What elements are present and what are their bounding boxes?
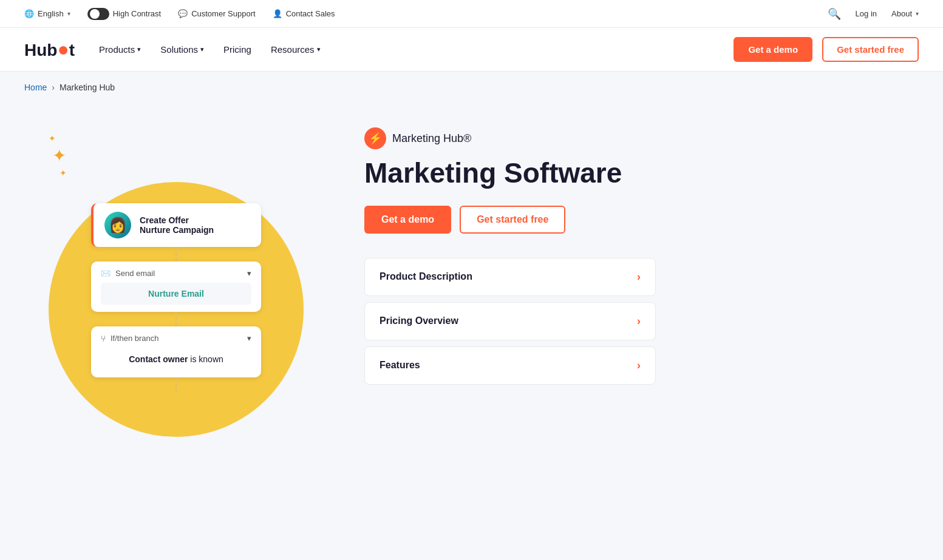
nav-resources[interactable]: Resources ▾	[271, 44, 321, 55]
bolt-icon: ⚡	[364, 127, 386, 149]
accordion-item-features[interactable]: Features ›	[364, 346, 656, 385]
breadcrumb-current: Marketing Hub	[60, 83, 115, 92]
nav-get-demo-button[interactable]: Get a demo	[734, 37, 812, 62]
offer-title: Create Offer	[140, 215, 214, 225]
product-badge: ⚡ Marketing Hub®	[364, 127, 826, 149]
yellow-circle-bg: 👩 Create Offer Nurture Campaign ✉️ Send …	[49, 182, 304, 437]
contact-sales-label: Contact Sales	[286, 9, 335, 18]
nav-links: Products ▾ Solutions ▾ Pricing Resources…	[99, 44, 320, 55]
nav-left: Hub●t Products ▾ Solutions ▾ Pricing Res…	[24, 38, 321, 61]
language-label: English	[38, 9, 64, 18]
sparkle-small-icon: ✦	[49, 133, 56, 143]
avatar: 👩	[104, 212, 131, 238]
hubspot-logo[interactable]: Hub●t	[24, 38, 75, 61]
dropdown-arrow-icon2: ▾	[247, 334, 251, 343]
logo-text: Hub●t	[24, 38, 75, 61]
main-content: ✦ ✦ ✦ 👩 Create Offer Nurture Campaign	[0, 103, 850, 528]
is-known-text: is known	[188, 354, 223, 364]
chevron-down-icon: ▾	[137, 46, 141, 53]
badge-label: Marketing Hub®	[392, 132, 471, 145]
breadcrumb-separator: ›	[52, 83, 55, 92]
contact-sales-link[interactable]: 👤 Contact Sales	[273, 9, 335, 18]
dropdown-arrow-icon: ▾	[247, 269, 251, 278]
chevron-right-icon: ›	[637, 271, 641, 283]
branch-icon: ⑂	[101, 334, 106, 343]
action-header-left: ✉️ Send email	[101, 269, 155, 278]
sparkle-medium-icon: ✦	[60, 168, 67, 178]
nav-right: Get a demo Get started free	[734, 37, 919, 62]
accordion-label: Product Description	[380, 271, 472, 282]
content-column: ⚡ Marketing Hub® Marketing Software Get …	[364, 115, 826, 491]
accordion-label: Pricing Overview	[380, 315, 458, 326]
send-email-card: ✉️ Send email ▾ Nurture Email	[91, 261, 261, 312]
nurture-email-body: Nurture Email	[101, 283, 251, 305]
accordion-item-product-description[interactable]: Product Description ›	[364, 258, 656, 296]
top-utility-bar: 🌐 English ▾ High Contrast 💬 Customer Sup…	[0, 0, 943, 28]
high-contrast-toggle[interactable]: High Contrast	[87, 8, 161, 20]
action-header: ✉️ Send email ▾	[101, 269, 251, 278]
connector-line-2	[175, 312, 177, 326]
offer-card: 👩 Create Offer Nurture Campaign	[91, 203, 261, 247]
accordion-item-pricing-overview[interactable]: Pricing Overview ›	[364, 302, 656, 340]
chevron-right-icon: ›	[637, 315, 641, 328]
breadcrumb-home[interactable]: Home	[24, 83, 47, 92]
chevron-down-icon: ▾	[916, 10, 919, 17]
hero-get-demo-button[interactable]: Get a demo	[364, 206, 451, 234]
accordion-label: Features	[380, 360, 420, 371]
main-navigation: Hub●t Products ▾ Solutions ▾ Pricing Res…	[0, 28, 943, 72]
person-icon: 👤	[273, 9, 282, 18]
hero-get-started-button[interactable]: Get started free	[460, 206, 565, 234]
high-contrast-label: High Contrast	[113, 9, 161, 18]
illustration-column: ✦ ✦ ✦ 👩 Create Offer Nurture Campaign	[24, 115, 328, 491]
sparkle-large-icon: ✦	[52, 146, 66, 166]
toggle-switch[interactable]	[87, 8, 109, 20]
offer-card-text: Create Offer Nurture Campaign	[140, 215, 214, 235]
branch-header-left: ⑂ If/then branch	[101, 334, 159, 343]
card-container: 👩 Create Offer Nurture Campaign ✉️ Send …	[91, 203, 261, 392]
customer-support-link[interactable]: 💬 Customer Support	[178, 9, 256, 18]
sparkle-decoration: ✦ ✦ ✦	[49, 133, 67, 178]
globe-icon: 🌐	[24, 9, 34, 18]
customer-support-label: Customer Support	[191, 9, 256, 18]
connector-line-3	[175, 377, 177, 392]
branch-condition: Contact owner is known	[101, 348, 251, 370]
language-selector[interactable]: 🌐 English ▾	[24, 9, 70, 18]
login-link[interactable]: Log in	[856, 9, 877, 18]
nav-pricing[interactable]: Pricing	[223, 44, 251, 55]
about-menu[interactable]: About ▾	[891, 9, 919, 18]
offer-subtitle: Nurture Campaign	[140, 225, 214, 235]
connector-line-1	[175, 247, 177, 261]
envelope-icon: ✉️	[101, 269, 111, 278]
branch-header: ⑂ If/then branch ▾	[101, 334, 251, 343]
nav-solutions[interactable]: Solutions ▾	[160, 44, 204, 55]
chevron-down-icon: ▾	[200, 46, 204, 53]
branch-card: ⑂ If/then branch ▾ Contact owner is know…	[91, 326, 261, 377]
hero-buttons: Get a demo Get started free	[364, 206, 826, 234]
top-bar-right: 🔍 Log in About ▾	[828, 7, 919, 21]
nav-products[interactable]: Products ▾	[99, 44, 141, 55]
contact-owner-text: Contact owner	[129, 354, 188, 364]
search-button[interactable]: 🔍	[828, 7, 841, 21]
chevron-down-icon: ▾	[317, 46, 321, 53]
search-icon: 🔍	[828, 8, 841, 20]
chevron-right-icon: ›	[637, 359, 641, 372]
top-bar-left: 🌐 English ▾ High Contrast 💬 Customer Sup…	[24, 8, 335, 20]
branch-label: If/then branch	[111, 334, 159, 343]
about-label: About	[891, 9, 912, 18]
support-icon: 💬	[178, 9, 188, 18]
page-heading: Marketing Software	[364, 158, 826, 189]
send-email-label: Send email	[115, 269, 155, 278]
chevron-down-icon: ▾	[67, 10, 70, 17]
breadcrumb: Home › Marketing Hub	[0, 72, 943, 103]
accordion-list: Product Description › Pricing Overview ›…	[364, 258, 656, 385]
toggle-knob	[90, 9, 100, 19]
nav-get-started-button[interactable]: Get started free	[822, 37, 919, 62]
